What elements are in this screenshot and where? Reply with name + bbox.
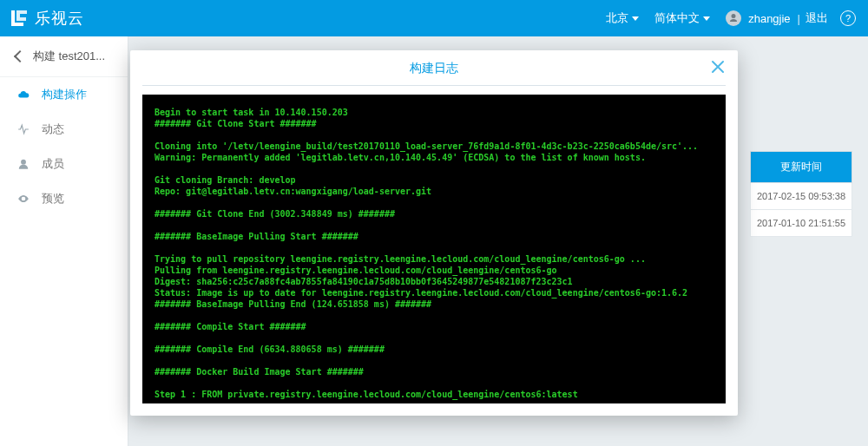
modal-title: 构建日志 <box>410 61 458 76</box>
close-button[interactable] <box>710 59 726 78</box>
close-icon <box>710 59 726 75</box>
build-log-modal: 构建日志 Begin to start task in 10.140.150.2… <box>130 50 738 416</box>
modal-overlay: 构建日志 Begin to start task in 10.140.150.2… <box>0 0 868 446</box>
build-log-terminal[interactable]: Begin to start task in 10.140.150.203 ##… <box>142 95 726 403</box>
